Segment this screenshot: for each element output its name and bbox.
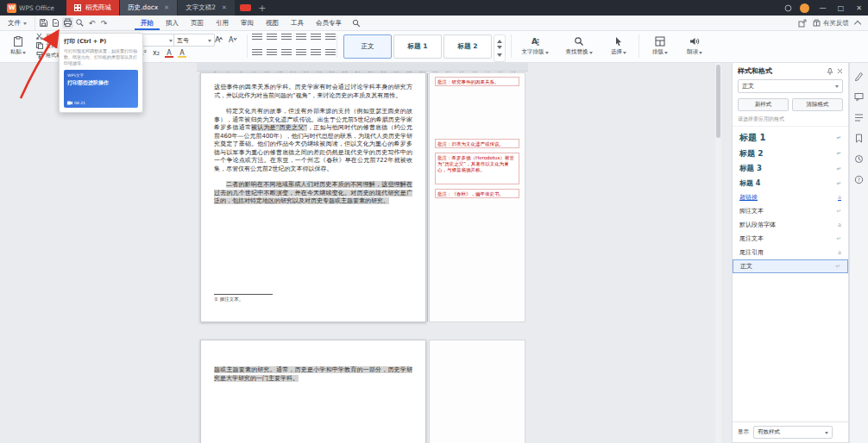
increase-font-icon[interactable]: A <box>213 34 223 44</box>
increase-indent-icon[interactable] <box>296 34 306 41</box>
current-style-select[interactable]: 正文 <box>738 79 843 93</box>
style-item-default-font[interactable]: 默认段落字体a <box>733 218 848 232</box>
close-panel-icon[interactable] <box>837 68 843 74</box>
app-logo[interactable]: W WPS Office <box>0 3 61 13</box>
close-tab-icon[interactable]: ✕ <box>164 4 169 11</box>
style-item-heading4[interactable]: 标题 4↵ <box>733 176 848 190</box>
tab-docer-mall[interactable]: 稻壳商城 <box>66 0 119 16</box>
menu-review[interactable]: 审阅 <box>235 16 260 30</box>
paragraph-highlighted[interactable]: 二者的影响在不同地域形成人们对历史本质的不同理解，这些理解在过去的几个世纪中不断… <box>214 181 412 206</box>
minimize-button[interactable]: — <box>814 0 832 16</box>
document-page-2[interactable]: 题或主题要素的研究。通常，历史是小学和中学教育的一部分，历史学研究是大学研究的一… <box>200 340 426 443</box>
decrease-font-icon[interactable]: A <box>227 34 237 44</box>
comment[interactable]: 批注：归类为文化遗产或传说。 <box>435 139 519 148</box>
numbered-list-icon[interactable] <box>267 34 277 41</box>
styles-pane-icon[interactable] <box>853 71 865 82</box>
line-spacing-icon[interactable] <box>325 49 336 57</box>
find-replace-button[interactable]: 查找替换 <box>559 32 599 60</box>
select-button[interactable]: 选择 <box>604 32 633 60</box>
bullet-list-icon[interactable] <box>252 34 262 41</box>
menu-tools[interactable]: 工具 <box>285 16 310 30</box>
cut-button[interactable]: 剪切 <box>36 32 61 41</box>
print-icon[interactable] <box>62 17 73 28</box>
footnote-text[interactable]: ① 脚注文本。 <box>214 296 273 303</box>
commented-text[interactable]: 被认为是“历史之父” <box>251 124 307 131</box>
read-aloud-button[interactable]: 朗读 <box>680 32 709 60</box>
style-item-endnote-ref[interactable]: 尾注引用a <box>733 246 848 259</box>
undo-icon[interactable]: ↶ <box>86 17 97 28</box>
comment[interactable]: 批注：《春秋》，编年体史书。 <box>435 189 519 198</box>
comment-pane-icon[interactable] <box>853 91 865 103</box>
style-gallery-heading2[interactable]: 标题 2 <box>443 34 492 59</box>
align-center-icon[interactable] <box>267 49 277 57</box>
gallery-up-icon[interactable] <box>497 37 502 43</box>
justify-icon[interactable] <box>296 49 306 57</box>
file-menu-button[interactable]: 文件 <box>0 16 35 30</box>
text-layout-button[interactable]: A 文字排版 <box>516 32 554 60</box>
subscript-button[interactable]: x₂ <box>151 47 161 58</box>
tab-document-2[interactable]: 文字文稿2 ✕ <box>178 0 235 16</box>
menu-references[interactable]: 引用 <box>210 16 235 30</box>
document-page-1[interactable]: 这些事件的因果关系的学科。历史学家有时会通过讨论学科本身的研究方式，并以此作为对… <box>200 72 426 322</box>
clear-format-button[interactable]: 清除格式 <box>792 98 843 111</box>
paste-button[interactable]: 粘贴 <box>6 32 30 60</box>
style-item-endnote-text[interactable]: 尾注文本↵ <box>733 232 848 246</box>
style-item-heading1[interactable]: 标题 1↵ <box>733 129 848 146</box>
export-pdf-icon[interactable] <box>50 17 61 28</box>
style-item-body-selected[interactable]: 正文↵ <box>733 259 848 273</box>
paragraph[interactable]: 这些事件的因果关系的学科。历史学家有时会通过讨论学科本身的研究方式，并以此作为对… <box>214 84 412 100</box>
gallery-more-icon[interactable] <box>497 53 502 59</box>
horizontal-ruler[interactable]: 2468101214161820222426283032343638404244… <box>197 62 528 72</box>
style-item-heading3[interactable]: 标题 3↵ <box>733 161 848 176</box>
new-style-button[interactable]: 新样式 <box>738 98 789 111</box>
paragraph[interactable]: 特定文化共有的故事，但没有外部来源的支持（例如亚瑟王圆桌的故事），通常被归类为文… <box>214 108 412 173</box>
scrollbar-thumb[interactable] <box>716 65 720 138</box>
user-avatar[interactable] <box>800 3 809 13</box>
style-item-hyperlink[interactable]: 超链接a <box>733 190 848 204</box>
paragraph-highlighted[interactable]: 题或主题要素的研究。通常，历史是小学和中学教育的一部分，历史学研究是大学研究的一… <box>214 366 412 383</box>
align-left-icon[interactable] <box>252 49 262 57</box>
print-preview-icon[interactable] <box>74 17 85 28</box>
save-icon[interactable] <box>38 17 49 28</box>
bookmark-pane-icon[interactable] <box>853 133 865 144</box>
layout-button[interactable]: 排版 <box>645 32 675 60</box>
menu-home[interactable]: 开始 <box>135 16 160 30</box>
redo-icon[interactable]: ↷ <box>98 17 110 28</box>
tutorial-video-thumbnail[interactable]: WPS文字 打印那些进阶操作 04:21 <box>64 70 138 108</box>
highlight-color-button[interactable]: A <box>177 47 187 58</box>
style-item-heading2[interactable]: 标题 2↵ <box>733 146 848 161</box>
collapse-ribbon-icon[interactable] <box>854 20 861 27</box>
comment[interactable]: 批注：希罗多德（Herodotus）被誉为“历史之父”，其著作以文化为重心，与修… <box>435 153 519 184</box>
style-item-footnote-text[interactable]: 脚注文本↵ <box>733 204 848 218</box>
font-color-button[interactable]: A <box>164 47 174 58</box>
help-icon[interactable]: ? <box>853 174 865 185</box>
menu-page[interactable]: 页面 <box>185 16 210 30</box>
share-icon[interactable] <box>798 19 807 28</box>
copy-button[interactable]: 复制 <box>36 41 61 50</box>
theme-icon[interactable] <box>780 0 796 16</box>
menu-view[interactable]: 视图 <box>260 16 285 30</box>
feedback-button[interactable]: 有奖反馈 <box>813 19 849 28</box>
style-gallery-heading1[interactable]: 标题 1 <box>393 34 442 59</box>
history-pane-icon[interactable] <box>853 153 865 165</box>
show-styles-select[interactable]: 有效样式 <box>753 426 833 439</box>
menu-insert[interactable]: 插入 <box>160 16 185 30</box>
maximize-button[interactable]: □ <box>832 0 850 16</box>
gallery-down-icon[interactable] <box>497 46 502 52</box>
search-icon[interactable] <box>349 16 363 30</box>
font-size-select[interactable]: 五号 <box>173 34 215 47</box>
comment[interactable]: 批注：研究事件的因果关系。 <box>435 77 519 86</box>
format-painter-button[interactable]: 格式刷 <box>36 51 61 59</box>
decrease-indent-icon[interactable] <box>281 34 292 41</box>
new-tab-button[interactable]: + <box>255 0 269 16</box>
distribute-icon[interactable] <box>311 49 321 57</box>
align-right-icon[interactable] <box>281 49 292 57</box>
close-tab-icon[interactable]: ✕ <box>222 4 227 11</box>
menu-member[interactable]: 会员专享 <box>310 16 348 30</box>
outline-pane-icon[interactable] <box>853 112 865 123</box>
style-gallery-body[interactable]: 正文 <box>343 34 392 59</box>
close-button[interactable]: ✕ <box>850 0 868 16</box>
pin-icon[interactable] <box>827 68 833 75</box>
text-direction-icon[interactable] <box>325 34 336 41</box>
tab-history-docx[interactable]: 历史.docx ✕ <box>120 0 177 16</box>
